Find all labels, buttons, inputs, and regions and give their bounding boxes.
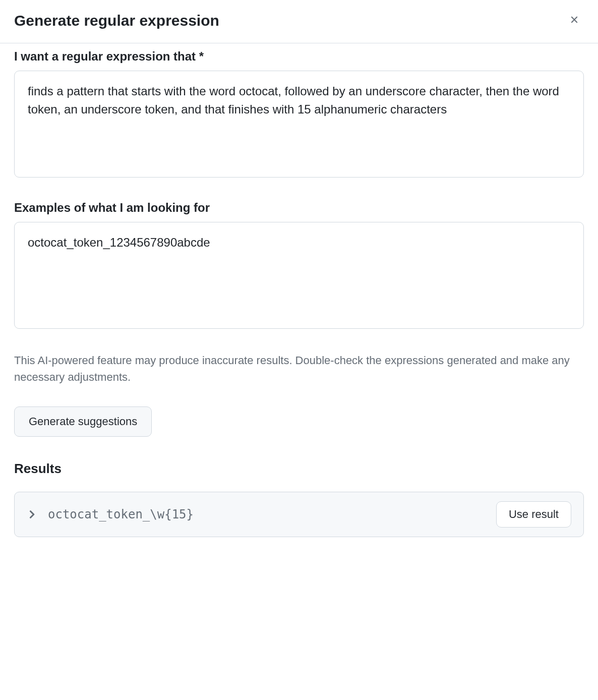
description-label: I want a regular expression that * [14,49,584,64]
close-icon [569,14,580,27]
description-field-group: I want a regular expression that * [14,49,584,180]
dialog-title: Generate regular expression [14,12,219,29]
close-button[interactable] [565,10,584,31]
result-pattern: octocat_token_\w{15} [48,507,194,521]
description-textarea[interactable] [14,71,584,178]
chevron-right-icon[interactable] [27,509,37,519]
generate-suggestions-button[interactable]: Generate suggestions [14,406,152,437]
examples-textarea[interactable] [14,222,584,329]
dialog-header: Generate regular expression [0,0,598,43]
results-heading: Results [14,461,584,477]
examples-label: Examples of what I am looking for [14,201,584,215]
use-result-button[interactable]: Use result [496,501,571,528]
examples-field-group: Examples of what I am looking for [14,201,584,331]
disclaimer-text: This AI-powered feature may produce inac… [14,352,584,385]
result-left: octocat_token_\w{15} [27,507,194,521]
result-row: octocat_token_\w{15} Use result [14,492,584,537]
dialog-body: I want a regular expression that * Examp… [0,43,598,551]
